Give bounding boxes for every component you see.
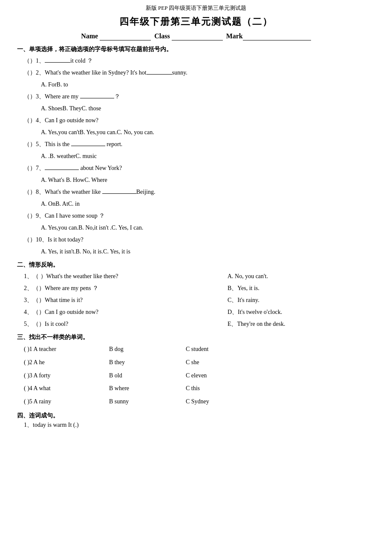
sentence-q1: 1、today is warm It (.) [24,421,375,429]
section3: 三、找出不一样类的单词。 ( )1 A teacher B dog C stud… [17,334,375,408]
q5-answer: A. .B. weatherC. music [41,150,375,162]
mark-label: Mark [226,32,243,40]
q3: （）3、 Where are my ？ [24,91,375,103]
section1-questions: （）1、 it cold ？ （）2、 What's the weather l… [24,55,375,258]
q8: （）8、 What's the weather like Beijing. [24,186,375,198]
q10: （）10、 Is it hot today? [24,234,375,246]
page-header: 新版 PEP 四年级英语下册第三单元测试题 [17,4,375,12]
section1: 一、单项选择，将正确选项的字母标号填写在题前括号内。 （）1、 it cold … [17,46,375,258]
section4: 四、连词成句。 1、today is warm It (.) [17,412,375,429]
match-q1: 1、（ ）What's the weather like there? [24,270,217,282]
q4: （）4、 Can I go outside now? [24,115,375,127]
main-title: 四年级下册第三单元测试题（二） [17,15,375,28]
q8-answer: A. OnB. AtC. in [41,198,375,210]
odd-row3: ( )3 A forty B old C eleven [24,369,375,382]
q2: （）2、 What's the weather like in Sydney? … [24,67,375,79]
q3-answer: A. ShoesB. TheyC. those [41,103,375,115]
section3-content: ( )1 A teacher B dog C student ( )2 A he… [24,343,375,408]
odd-row5: ( )5 A rainy B sunny C Sydney [24,395,375,408]
match-a1: A. No, you can't. [228,270,375,282]
name-label: Name [81,32,98,40]
name-line [100,32,151,40]
section2-title: 二、情形反响。 [17,261,375,269]
q7-answer: A. What's B. HowC. Where [41,174,375,186]
odd-row4: ( )4 A what B where C this [24,382,375,395]
section4-content: 1、today is warm It (.) [24,421,375,429]
mark-line [243,32,311,40]
matching-pairs: 1、（ ）What's the weather like there? 2、（）… [24,270,375,330]
match-q5: 5、（）Is it cool? [24,318,217,330]
section3-title: 三、找出不一样类的单词。 [17,334,375,341]
q9: （）9、 Can I have some soup ？ [24,210,375,222]
section2: 二、情形反响。 1、（ ）What's the weather like the… [17,261,375,330]
info-row: Name Class Mark [17,32,375,40]
odd-row2: ( )2 A he B they C she [24,356,375,369]
match-q2: 2、（）Where are my pens ？ [24,282,217,294]
odd-row1: ( )1 A teacher B dog C student [24,343,375,356]
matching-right-col: A. No, you can't. B、Yes, it is. C、It's r… [228,270,375,330]
q5: （）5、 This is the report. [24,138,375,150]
q2-answer: A. ForB. to [41,79,375,91]
match-q3: 3、（）What time is it? [24,294,217,306]
match-q4: 4、（）Can I go outside now? [24,306,217,318]
q4-answer: A. Yes,you can'tB. Yes,you can.C. No, yo… [41,127,375,138]
q9-answer: A. Yes,you can.B. No,it isn't .C. Yes, I… [41,222,375,234]
class-label: Class [154,32,170,40]
section1-title: 一、单项选择，将正确选项的字母标号填写在题前括号内。 [17,46,375,53]
match-a4: D、It's twelve o'clock. [228,306,375,318]
class-line [172,32,223,40]
match-a5: E、They're on the desk. [228,318,375,330]
match-a2: B、Yes, it is. [228,282,375,294]
matching-left-col: 1、（ ）What's the weather like there? 2、（）… [24,270,217,330]
section2-content: 1、（ ）What's the weather like there? 2、（）… [24,270,375,330]
q10-answer: A. Yes, it isn't.B. No, it is.C. Yes, it… [41,246,375,258]
q1: （）1、 it cold ？ [24,55,375,67]
q7: （）7、 about New York? [24,162,375,174]
section4-title: 四、连词成句。 [17,412,375,420]
match-a3: C、It's rainy. [228,294,375,306]
